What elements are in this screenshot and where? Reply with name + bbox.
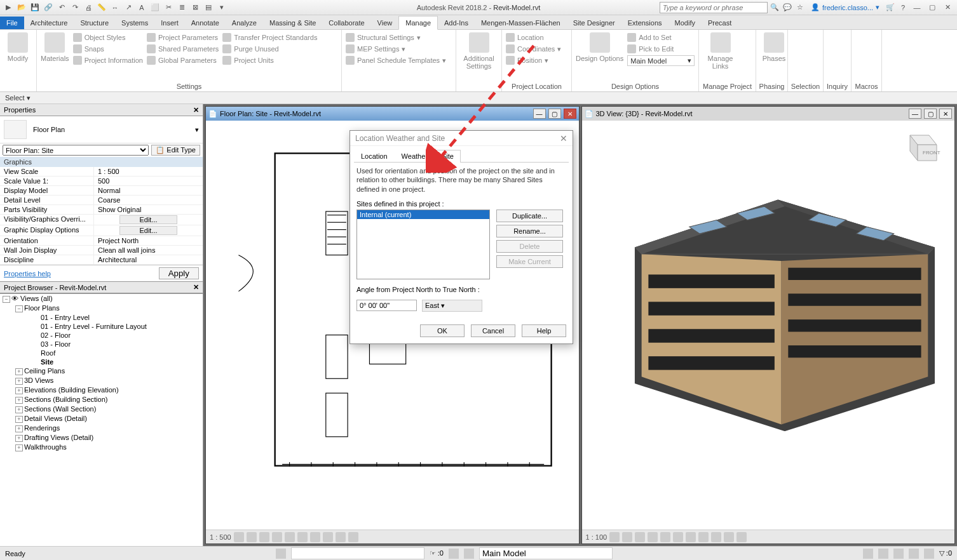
type-dropdown-icon[interactable]: ▾: [195, 126, 199, 134]
transfer-standards[interactable]: Transfer Project Standards: [222, 32, 317, 43]
s-icon[interactable]: [909, 549, 919, 559]
expand-icon[interactable]: +: [15, 387, 23, 394]
panel-templates[interactable]: Panel Schedule Templates ▾: [346, 55, 446, 65]
expand-icon[interactable]: +: [15, 397, 23, 404]
crop-icon[interactable]: [686, 532, 696, 542]
tab-modify[interactable]: Modify: [669, 17, 702, 29]
tab-precast[interactable]: Precast: [702, 17, 738, 29]
ok-button[interactable]: OK: [420, 324, 465, 337]
sun-icon[interactable]: [272, 532, 282, 542]
mep-settings[interactable]: MEP Settings ▾: [346, 44, 446, 54]
sync-icon[interactable]: 🔗: [43, 2, 54, 13]
text-icon[interactable]: A: [136, 2, 147, 13]
tab-site[interactable]: Site: [435, 150, 461, 163]
project-units[interactable]: Project Units: [222, 55, 317, 65]
gdo-edit-button[interactable]: Edit...: [94, 225, 203, 236]
workset-input[interactable]: [291, 547, 424, 559]
tab-insert[interactable]: Insert: [154, 17, 185, 29]
sun-icon[interactable]: [648, 532, 658, 542]
prop-category-graphics[interactable]: Graphics: [0, 157, 203, 167]
binoculars-icon[interactable]: 🔍: [769, 2, 780, 13]
shared-params[interactable]: Shared Parameters: [147, 44, 219, 54]
detail-icon[interactable]: [622, 532, 632, 542]
additional-settings-button[interactable]: Additional Settings: [460, 32, 498, 89]
detail-icon[interactable]: [247, 532, 257, 542]
angle-input[interactable]: [356, 300, 417, 311]
scale-icon[interactable]: [234, 532, 244, 542]
global-params[interactable]: Global Parameters: [147, 55, 219, 65]
print-icon[interactable]: 🖨: [83, 2, 94, 13]
hide-icon[interactable]: [724, 532, 734, 542]
cancel-button[interactable]: Cancel: [471, 324, 515, 337]
view-scale-value[interactable]: 1 : 500: [94, 167, 203, 176]
mp-icon3[interactable]: [742, 55, 752, 65]
save-icon[interactable]: 💾: [29, 2, 41, 13]
type-selector[interactable]: Floor Plan: [33, 126, 189, 133]
view-scale[interactable]: 1 : 500: [210, 533, 231, 541]
lock-icon[interactable]: [323, 532, 333, 542]
switch-win-icon[interactable]: ▤: [203, 2, 214, 13]
reveal-icon[interactable]: [736, 532, 747, 542]
tree-item[interactable]: +Walkthroughs: [0, 443, 203, 452]
lock-icon[interactable]: [711, 532, 721, 542]
filter-icon[interactable]: [449, 549, 459, 559]
view-maximize-button[interactable]: ▢: [548, 109, 561, 119]
shadow-icon[interactable]: [285, 532, 295, 542]
select-row[interactable]: Select ▾: [0, 92, 957, 104]
tab-analyze[interactable]: Analyze: [226, 17, 263, 29]
project-params[interactable]: Project Parameters: [147, 32, 219, 43]
close-view-icon[interactable]: ⊠: [189, 2, 201, 13]
s-icon[interactable]: [878, 549, 888, 559]
tab-structure[interactable]: Structure: [74, 17, 115, 29]
design-options-button[interactable]: Design Options: [576, 32, 623, 89]
tab-location[interactable]: Location: [354, 150, 395, 162]
tab-systems[interactable]: Systems: [115, 17, 154, 29]
collapse-icon[interactable]: −: [3, 296, 10, 303]
tree-item[interactable]: +Detail Views (Detail): [0, 414, 203, 423]
expand-icon[interactable]: +: [15, 444, 23, 451]
location-button[interactable]: Location: [506, 32, 561, 43]
help-icon[interactable]: ?: [897, 2, 909, 13]
tree-item[interactable]: +Drafting Views (Detail): [0, 433, 203, 443]
expand-icon[interactable]: +: [15, 406, 23, 413]
s-icon[interactable]: [893, 549, 904, 559]
mp-icon2[interactable]: [742, 44, 752, 54]
qat-dropdown[interactable]: ▾: [216, 2, 227, 13]
tab-file[interactable]: File: [0, 17, 24, 29]
view-item-active[interactable]: Site: [0, 357, 203, 366]
structural-settings[interactable]: Structural Settings ▾: [346, 32, 446, 43]
tab-mengen[interactable]: Mengen-Massen-Flächen: [475, 17, 567, 29]
mp-icon1[interactable]: [742, 32, 752, 43]
close-button[interactable]: ✕: [940, 2, 954, 13]
tab-weather[interactable]: Weather: [395, 150, 435, 162]
s-icon[interactable]: [924, 549, 934, 559]
pick-to-edit[interactable]: Pick to Edit: [627, 44, 695, 54]
expand-icon[interactable]: +: [15, 425, 23, 432]
help-button[interactable]: Help: [522, 324, 566, 337]
manage-links-button[interactable]: Manage Links: [703, 32, 738, 89]
tab-extensions[interactable]: Extensions: [621, 17, 669, 29]
tab-manage[interactable]: Manage: [398, 16, 438, 30]
minimize-button[interactable]: —: [910, 2, 924, 13]
rename-button[interactable]: Rename...: [496, 225, 563, 237]
expand-icon[interactable]: +: [15, 368, 23, 375]
view-maximize-button[interactable]: ▢: [924, 109, 937, 119]
discipline-value[interactable]: Architectural: [94, 255, 203, 264]
design-option-input[interactable]: [479, 547, 613, 559]
view-close-button[interactable]: ✕: [564, 109, 576, 119]
tree-item[interactable]: +Sections (Wall Section): [0, 404, 203, 414]
tab-massing[interactable]: Massing & Site: [263, 17, 322, 29]
crop-visible-icon[interactable]: [698, 532, 709, 542]
style-icon[interactable]: [635, 532, 645, 542]
parts-visibility-value[interactable]: Show Original: [94, 205, 203, 214]
snaps[interactable]: Snaps: [73, 44, 143, 54]
tab-addins[interactable]: Add-Ins: [438, 17, 475, 29]
view-close-button[interactable]: ✕: [939, 109, 952, 119]
display-model-value[interactable]: Normal: [94, 186, 203, 195]
view-item[interactable]: 03 - Floor: [0, 340, 203, 349]
modify-button[interactable]: Modify: [4, 32, 32, 89]
default3d-icon[interactable]: ⬜: [149, 2, 161, 13]
style-icon[interactable]: [259, 532, 269, 542]
tab-view[interactable]: View: [371, 17, 399, 29]
orientation-value[interactable]: Project North: [94, 236, 203, 245]
